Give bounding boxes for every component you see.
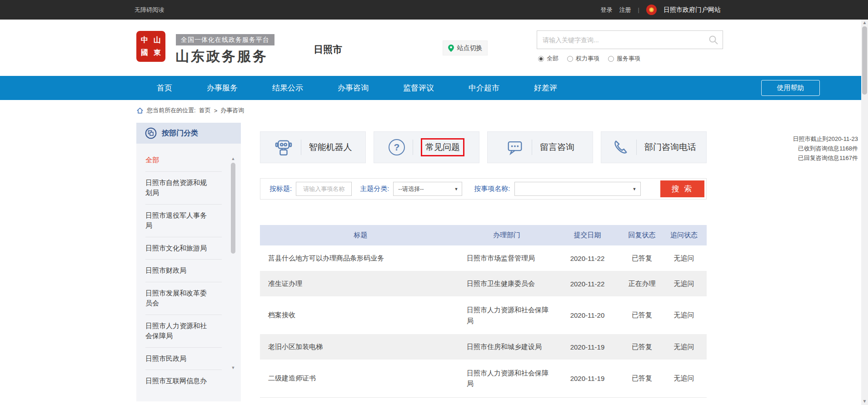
row-department: 日照市住房和城乡建设局 [467, 341, 551, 352]
scroll-down-icon[interactable]: ▼ [230, 365, 236, 370]
row-title[interactable]: 老旧小区加装电梯 [260, 334, 461, 360]
breadcrumb: 您当前所在的位置: 首页 > 办事咨询 [136, 106, 244, 115]
help-button[interactable]: 使用帮助 [761, 80, 820, 96]
search-button[interactable]: 搜 索 [660, 180, 704, 197]
tab-message-consult[interactable]: 留言咨询 [487, 131, 593, 163]
scope-all[interactable]: 全部 [538, 55, 559, 63]
tab-label-highlighted: 常见问题 [421, 138, 464, 156]
row-date: 2020-11-22 [552, 245, 623, 271]
nav-item-home[interactable]: 首页 [157, 83, 172, 93]
tab-faq[interactable]: ? 常见问题 [374, 131, 479, 163]
row-reply-status: 已答复 [623, 360, 661, 397]
nav-item-supervision[interactable]: 监督评议 [403, 83, 434, 93]
chevron-down-icon: ▼ [633, 187, 637, 191]
category-select[interactable]: --请选择-- ▼ [393, 182, 462, 196]
scope-power-items[interactable]: 权力事项 [567, 55, 599, 63]
category-filter-label: 主题分类: [360, 185, 389, 193]
sidebar-item-internet-info[interactable]: 日照市互联网信息办 [145, 370, 222, 392]
nav-item-consult[interactable]: 办事咨询 [338, 83, 369, 93]
row-department: 日照市人力资源和社会保障局 [467, 305, 551, 326]
row-department: 日照市市场监督管理局 [467, 253, 551, 263]
consultation-stats: 日照市截止到2020-11-23 已收到咨询信息1168件 已回复咨询信息116… [772, 134, 858, 163]
row-date: 2020-11-22 [552, 271, 623, 296]
page-scrollbar-thumb[interactable] [862, 26, 867, 95]
sidebar-item-civil-affairs[interactable]: 日照市民政局 [145, 348, 222, 370]
row-department: 日照市卫生健康委员会 [467, 278, 551, 289]
sidebar-item-veterans-affairs[interactable]: 日照市退役军人事务局 [145, 205, 222, 237]
category-icon [145, 127, 157, 139]
filter-bar: 按标题: 主题分类: --请选择-- ▼ 按事项名称: ▼ 搜 索 [260, 178, 707, 200]
department-sidebar: 按部门分类 全部 日照市自然资源和规划局 日照市退役军人事务局 日照市文化和旅游… [136, 123, 241, 401]
col-title: 标题 [260, 225, 461, 245]
sidebar-scrollbar[interactable]: ▲ ▼ [230, 156, 236, 372]
row-title[interactable]: 莒县什么地方可以办理商品条形码业务 [260, 245, 461, 271]
breadcrumb-current[interactable]: 办事咨询 [220, 106, 244, 115]
chevron-down-icon: ▼ [454, 187, 458, 191]
table-row[interactable]: 莒县什么地方可以办理商品条形码业务 日照市市场监督管理局 2020-11-22 … [260, 245, 707, 271]
row-reply-status: 已答复 [623, 334, 661, 360]
radio-icon[interactable] [608, 56, 614, 62]
login-link[interactable]: 登录 [601, 6, 613, 14]
scope-service-items[interactable]: 服务事项 [608, 55, 640, 63]
page-scrollbar[interactable]: ▲ ▼ [861, 20, 868, 405]
breadcrumb-separator: > [214, 107, 218, 114]
message-icon [506, 139, 524, 156]
row-title[interactable]: 二级建造师证书 [260, 360, 461, 397]
table-row[interactable]: 准生证办理 日照市卫生健康委员会 2020-11-22 正在办理 无追问 [260, 271, 707, 296]
keyword-search-input[interactable] [537, 31, 723, 49]
table-header-row: 标题 办理部门 提交日期 回复状态 追问状态 [260, 225, 707, 245]
nav-item-rating[interactable]: 好差评 [534, 83, 557, 93]
row-department: 日照市人力资源和社会保障局 [467, 368, 551, 389]
row-reply-status: 已答复 [623, 245, 661, 271]
row-date: 2020-11-20 [552, 296, 623, 334]
sidebar-item-human-resources[interactable]: 日照市人力资源和社会保障局 [145, 315, 222, 348]
nav-item-services[interactable]: 办事服务 [207, 83, 238, 93]
stats-deadline: 日照市截止到2020-11-23 [772, 134, 858, 144]
radio-selected-icon[interactable] [538, 56, 544, 62]
table-row[interactable]: 老旧小区加装电梯 日照市住房和城乡建设局 2020-11-19 已答复 无追问 [260, 334, 707, 360]
sidebar-item-natural-resources[interactable]: 日照市自然资源和规划局 [145, 172, 222, 205]
accessibility-link[interactable]: 无障碍阅读 [135, 0, 164, 20]
tab-smart-robot[interactable]: 智能机器人 [260, 131, 366, 163]
name-filter-label: 按事项名称: [474, 185, 510, 193]
col-follow-status: 追问状态 [661, 225, 707, 245]
tab-label: 留言咨询 [540, 141, 574, 153]
item-name-select[interactable]: ▼ [514, 182, 641, 196]
top-utility-bar: 无障碍阅读 登录 注册 | ★ 日照市政府门户网站 [0, 0, 868, 20]
tab-phone-directory[interactable]: 部门咨询电话 [601, 131, 707, 163]
breadcrumb-home[interactable]: 首页 [199, 106, 211, 115]
scroll-up-icon[interactable]: ▲ [861, 20, 868, 26]
site-header: 中 山 國 東 全国一体化在线政务服务平台 山东政务服务 日照市 站点切换 全部… [0, 20, 868, 76]
register-link[interactable]: 注册 [619, 6, 631, 14]
scroll-down-icon[interactable]: ▼ [861, 398, 868, 405]
row-date: 2020-11-19 [552, 360, 623, 397]
row-follow-status: 无追问 [661, 360, 707, 397]
brand-title: 山东政务服务 [175, 47, 268, 66]
consultation-table: 标题 办理部门 提交日期 回复状态 追问状态 莒县什么地方可以办理商品条形码业务… [260, 225, 707, 398]
sidebar-item-culture-tourism[interactable]: 日照市文化和旅游局 [145, 237, 222, 260]
portal-site-link[interactable]: 日照市政府门户网站 [663, 6, 721, 14]
sidebar-scrollbar-thumb[interactable] [231, 163, 235, 254]
city-name: 日照市 [314, 43, 342, 56]
nav-item-agency-market[interactable]: 中介超市 [469, 83, 499, 93]
row-title[interactable]: 准生证办理 [260, 271, 461, 296]
row-title[interactable]: 档案接收 [260, 296, 461, 334]
site-switch-button[interactable]: 站点切换 [443, 40, 488, 55]
sidebar-title: 按部门分类 [162, 129, 198, 138]
title-filter-input[interactable] [296, 182, 352, 196]
table-row[interactable]: 档案接收 日照市人力资源和社会保障局 2020-11-20 已答复 无追问 [260, 296, 707, 334]
sidebar-item-finance[interactable]: 日照市财政局 [145, 260, 222, 282]
breadcrumb-prefix: 您当前所在的位置: [147, 106, 196, 115]
scroll-up-icon[interactable]: ▲ [230, 156, 236, 161]
nav-item-results[interactable]: 结果公示 [272, 83, 303, 93]
search-icon[interactable] [708, 35, 719, 45]
sidebar-item-development-reform[interactable]: 日照市发展和改革委员会 [145, 282, 222, 315]
topbar-separator: | [638, 6, 639, 13]
nav-items: 首页 办事服务 结果公示 办事咨询 监督评议 中介超市 好差评 [157, 76, 557, 100]
sidebar-item-all[interactable]: 全部 [145, 149, 222, 172]
sidebar-header: 按部门分类 [136, 123, 241, 144]
radio-icon[interactable] [567, 56, 573, 62]
robot-icon [274, 138, 293, 156]
table-row[interactable]: 二级建造师证书 日照市人力资源和社会保障局 2020-11-19 已答复 无追问 [260, 360, 707, 397]
topbar-right-group: 登录 注册 | ★ 日照市政府门户网站 [601, 0, 721, 20]
